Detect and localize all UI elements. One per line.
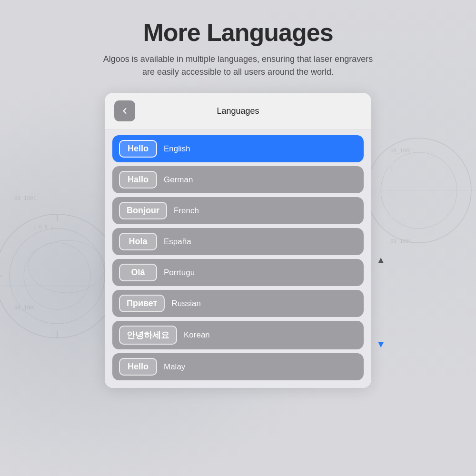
language-greeting-french: Bonjour (119, 202, 167, 219)
back-button[interactable] (114, 100, 135, 121)
language-greeting-german: Hallo (119, 171, 157, 188)
page-title: More Languages (100, 19, 376, 46)
svg-point-7 (367, 138, 471, 243)
language-greeting-portuguese: Olá (119, 264, 157, 281)
svg-text:1: 1 (390, 167, 393, 172)
language-item-portuguese[interactable]: OláPorrtugu (112, 259, 364, 286)
phone-header: Languages (105, 93, 371, 129)
language-greeting-malay: Hello (119, 358, 157, 376)
svg-point-0 (0, 214, 119, 338)
language-name-english: English (164, 144, 190, 154)
language-greeting-korean: 안녕하세요 (119, 326, 177, 345)
page-subtitle: Algoos is available in multiple language… (100, 53, 376, 79)
language-item-english[interactable]: HelloEnglish (112, 135, 364, 162)
svg-text:00_1001: 00_1001 (14, 305, 36, 311)
scroll-up-button[interactable]: ▲ (376, 255, 386, 266)
svg-point-8 (381, 152, 457, 228)
language-greeting-spanish: Hola (119, 233, 157, 250)
language-greeting-english: Hello (119, 140, 157, 158)
svg-text:1 6 0 1: 1 6 0 1 (33, 224, 53, 229)
svg-text:00_1001: 00_1001 (390, 148, 412, 154)
svg-text:00_1001: 00_1001 (14, 195, 36, 201)
page-header: More Languages Algoos is available in mu… (100, 19, 376, 79)
language-name-korean: Korean (184, 330, 210, 340)
language-name-french: French (174, 206, 199, 216)
language-item-korean[interactable]: 안녕하세요Korean (112, 321, 364, 349)
language-item-french[interactable]: BonjourFrench (112, 197, 364, 224)
language-item-spanish[interactable]: HolaEspaña (112, 228, 364, 255)
phone-container: ▲ Languages HelloEnglishHalloGermanBonjo… (105, 93, 371, 388)
language-name-russian: Russian (171, 299, 200, 308)
language-greeting-russian: Привет (119, 295, 165, 312)
svg-point-1 (10, 228, 105, 324)
language-item-german[interactable]: HalloGerman (112, 166, 364, 193)
svg-point-2 (24, 243, 90, 309)
scroll-down-button[interactable]: ▼ (376, 339, 386, 350)
svg-text:00_1001: 00_1001 (390, 238, 412, 244)
language-name-malay: Malay (164, 362, 185, 372)
screen-title: Languages (135, 106, 362, 116)
svg-point-17 (29, 240, 105, 293)
language-name-german: German (164, 175, 193, 185)
language-name-spanish: España (164, 237, 191, 247)
language-item-russian[interactable]: ПриветRussian (112, 290, 364, 317)
language-list: HelloEnglishHalloGermanBonjourFrenchHola… (105, 129, 371, 388)
language-name-portuguese: Porrtugu (164, 268, 195, 278)
language-item-malay[interactable]: HelloMalay (112, 353, 364, 380)
